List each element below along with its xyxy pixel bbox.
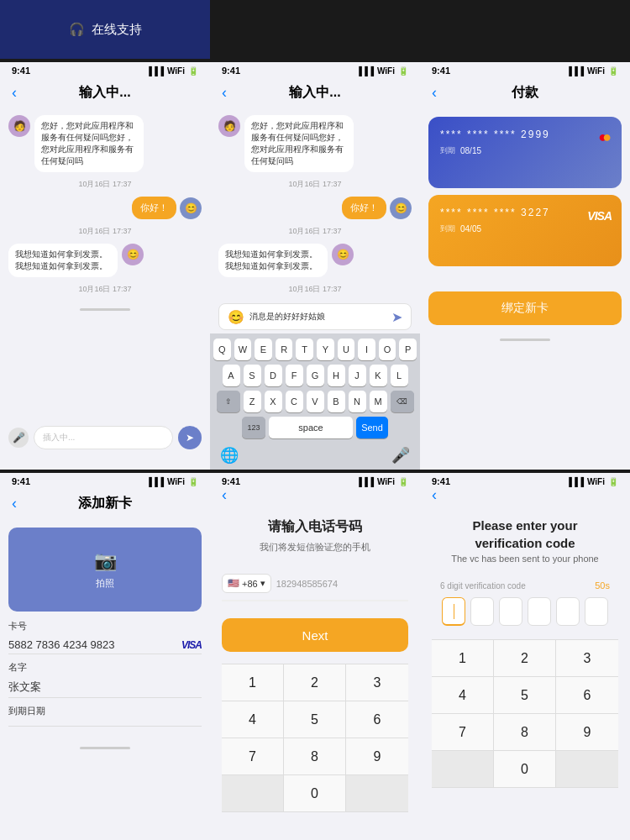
vf-numpad-3[interactable]: 3 [556, 640, 618, 677]
vf-numpad-9[interactable]: 9 [556, 714, 618, 751]
key-u[interactable]: U [338, 339, 355, 360]
key-123[interactable]: 123 [242, 417, 265, 438]
numpad-0[interactable]: 0 [284, 775, 346, 812]
key-d[interactable]: D [265, 365, 282, 386]
numpad-5[interactable]: 5 [284, 701, 346, 738]
key-v[interactable]: V [307, 391, 324, 412]
vf-numpad-6[interactable]: 6 [556, 677, 618, 714]
key-e[interactable]: E [255, 339, 272, 360]
phone-number-input[interactable]: 182948585674 [276, 579, 338, 589]
key-space[interactable]: space [269, 417, 353, 438]
back-button-vf[interactable]: ‹ [432, 486, 437, 504]
key-a[interactable]: A [223, 365, 240, 386]
key-shift[interactable]: ⇧ [217, 391, 240, 412]
phone-input-row: 🇺🇸 +86 ▾ 182948585674 [222, 574, 408, 601]
mic-icon-kb[interactable]: 🎤 [391, 446, 410, 465]
otp-box-1[interactable] [442, 597, 465, 626]
expiry-value[interactable] [8, 720, 202, 727]
headphone-icon: 🎧 [69, 22, 85, 37]
name-label: 名字 [8, 661, 202, 674]
msg-right-2a: 你好！ 😊 [218, 197, 412, 219]
otp-box-6[interactable] [585, 597, 608, 626]
vf-numpad-0[interactable]: 0 [494, 751, 556, 788]
vf-numpad-2[interactable]: 2 [494, 640, 556, 677]
globe-icon[interactable]: 🌐 [220, 446, 239, 465]
chat-input-1[interactable]: 插入中... [34, 426, 173, 449]
numpad-8[interactable]: 8 [284, 738, 346, 775]
key-k[interactable]: K [370, 365, 387, 386]
key-s[interactable]: S [244, 365, 261, 386]
vf-numpad-4[interactable]: 4 [432, 677, 494, 714]
key-b[interactable]: B [328, 391, 345, 412]
back-button-pay[interactable]: ‹ [432, 84, 437, 102]
key-delete[interactable]: ⌫ [391, 391, 414, 412]
battery-icon-2: 🔋 [398, 66, 408, 76]
otp-box-5[interactable] [556, 597, 580, 626]
key-i[interactable]: I [358, 339, 375, 360]
signal-icon-pay: ▐▐▐ [566, 66, 584, 76]
keyboard-input-text[interactable]: 消息是的好好好姑娘 [249, 311, 386, 323]
key-x[interactable]: X [265, 391, 282, 412]
key-q[interactable]: Q [213, 339, 231, 360]
numpad-1[interactable]: 1 [222, 664, 284, 701]
key-c[interactable]: C [286, 391, 303, 412]
key-j[interactable]: J [349, 365, 366, 386]
key-p[interactable]: P [399, 339, 417, 360]
status-icons-vf: ▐▐▐ WiFi 🔋 [566, 477, 618, 486]
vf-numpad-8[interactable]: 8 [494, 714, 556, 751]
flag-code-selector[interactable]: 🇺🇸 +86 ▾ [222, 574, 271, 593]
ac-title: 添加新卡 [78, 495, 132, 512]
numpad-6[interactable]: 6 [346, 701, 408, 738]
key-w[interactable]: W [234, 339, 252, 360]
key-g[interactable]: G [307, 365, 324, 386]
vf-numpad-7[interactable]: 7 [432, 714, 494, 751]
back-button-pn[interactable]: ‹ [222, 486, 227, 504]
key-h[interactable]: H [328, 365, 345, 386]
keyboard-input-bar[interactable]: 😊 消息是的好好好姑娘 ➤ [218, 303, 412, 330]
key-f[interactable]: F [286, 365, 303, 386]
otp-box-2[interactable] [470, 597, 494, 626]
card-orange[interactable]: VISA **** **** **** 3227 到期 04/05 [428, 195, 622, 266]
key-z[interactable]: Z [244, 391, 261, 412]
numpad-4[interactable]: 4 [222, 701, 284, 738]
key-l[interactable]: L [391, 365, 408, 386]
vf-numpad-5[interactable]: 5 [494, 677, 556, 714]
card-number-value[interactable]: 5882 7836 4234 9823 VISA [8, 635, 202, 654]
numpad-3[interactable]: 3 [346, 664, 408, 701]
otp-box-3[interactable] [499, 597, 522, 626]
otp-box-4[interactable] [528, 597, 551, 626]
bind-card-btn[interactable]: 绑定新卡 [428, 291, 622, 325]
camera-placeholder[interactable]: 📷 拍照 [8, 528, 202, 612]
vf-numpad-1[interactable]: 1 [432, 640, 494, 677]
numpad-9[interactable]: 9 [346, 738, 408, 775]
key-y[interactable]: Y [317, 339, 334, 360]
bubble-left-2a: 您好，您对此应用程序和服务有任何疑问吗您好，您对此应用程序和服务有任何疑问吗 [244, 115, 354, 172]
visa-logo-card: VISA [587, 205, 612, 224]
key-m[interactable]: M [370, 391, 387, 412]
card-blue[interactable]: ●● **** **** **** 2999 到期 08/15 [428, 117, 622, 188]
key-t[interactable]: T [296, 339, 313, 360]
key-r[interactable]: R [276, 339, 293, 360]
chat-title-1: 输入中... [79, 84, 130, 102]
signal-icon: ▐▐▐ [146, 66, 164, 76]
name-value[interactable]: 张文案 [8, 676, 202, 698]
back-button-1[interactable]: ‹ [12, 84, 17, 102]
back-button-ac[interactable]: ‹ [12, 495, 17, 512]
expiry-field: 到期日期 [8, 705, 202, 727]
mic-icon-1[interactable]: 🎤 [8, 428, 29, 448]
battery-icon-pay: 🔋 [608, 66, 618, 76]
key-o[interactable]: O [379, 339, 396, 360]
key-n[interactable]: N [349, 391, 366, 412]
numpad-7[interactable]: 7 [222, 738, 284, 775]
key-send[interactable]: Send [356, 417, 388, 438]
numpad-empty-right [346, 775, 408, 812]
card-number-blue: **** **** **** 2999 [440, 129, 610, 140]
numpad-2[interactable]: 2 [284, 664, 346, 701]
msg-right-1: 你好！ 😊 [8, 197, 202, 219]
keyboard-send-icon[interactable]: ➤ [391, 309, 402, 325]
status-time-2: 9:41 [222, 66, 240, 76]
send-button-1[interactable]: ➤ [178, 426, 202, 449]
next-button[interactable]: Next [222, 618, 408, 652]
online-support-banner[interactable]: 🎧 在线支持 [0, 0, 210, 59]
back-button-2[interactable]: ‹ [222, 84, 227, 102]
